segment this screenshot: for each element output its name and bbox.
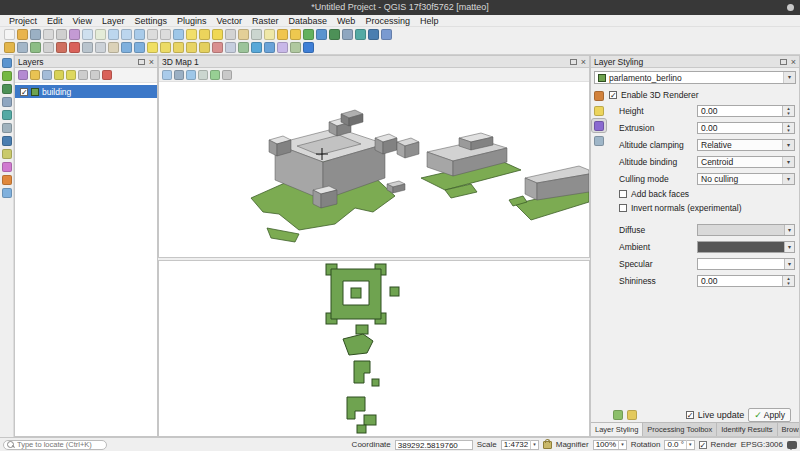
dock-tab[interactable]: Processing Toolbox: [643, 423, 717, 436]
altitude-clamping-dropdown[interactable]: Relative ▾: [697, 139, 795, 151]
collapse-all-icon[interactable]: [90, 70, 100, 80]
plugin-manager-icon[interactable]: [264, 42, 275, 53]
move-feature-icon[interactable]: [43, 42, 54, 53]
layer-selector-dropdown[interactable]: parlamento_berlino ▾: [594, 71, 796, 84]
style-manager-shortcut-icon[interactable]: [627, 410, 637, 420]
python-console-icon[interactable]: [368, 29, 379, 40]
menu-item[interactable]: Project: [4, 15, 42, 27]
change-label-icon[interactable]: [199, 42, 210, 53]
add-vector-layer-icon[interactable]: [329, 29, 340, 40]
zoom-out-icon[interactable]: [121, 29, 132, 40]
options-3d-icon[interactable]: [222, 70, 232, 80]
chevron-down-icon[interactable]: ▾: [784, 259, 794, 269]
history-tab-icon[interactable]: [592, 134, 606, 147]
add-mesh-layer-icon[interactable]: [2, 110, 12, 120]
dock-tab[interactable]: Browser: [778, 423, 799, 436]
save-edits-icon[interactable]: [17, 42, 28, 53]
chevron-down-icon[interactable]: ▾: [784, 225, 794, 235]
scale-dropdown[interactable]: 1:4732 ▾: [501, 440, 539, 450]
select-by-expression-icon[interactable]: [199, 29, 210, 40]
add-back-faces-row[interactable]: Add back faces: [609, 187, 795, 201]
map-2d-canvas[interactable]: [158, 260, 590, 437]
altitude-binding-dropdown[interactable]: Centroid ▾: [697, 156, 795, 168]
identify-features-icon[interactable]: [173, 29, 184, 40]
redo-icon[interactable]: [134, 42, 145, 53]
add-mesh-layer-icon[interactable]: [355, 29, 366, 40]
new-geopackage-layer-icon[interactable]: [2, 71, 12, 81]
layer-visibility-checkbox[interactable]: ✓: [20, 88, 28, 96]
map-3d-viewport[interactable]: [159, 82, 589, 257]
add-mssql-layer-icon[interactable]: [2, 162, 12, 172]
statistics-icon[interactable]: [238, 42, 249, 53]
close-panel-icon[interactable]: ×: [149, 58, 154, 66]
diffuse-color-button[interactable]: ▾: [697, 224, 795, 236]
save-image-3d-icon[interactable]: [174, 70, 184, 80]
height-spinner[interactable]: 0.00 ▴▾: [697, 105, 795, 117]
add-postgis-layer-icon[interactable]: [2, 136, 12, 146]
menu-item[interactable]: Processing: [360, 15, 415, 27]
add-group-icon[interactable]: [30, 70, 40, 80]
processing-toolbox-icon[interactable]: [381, 29, 392, 40]
new-project-icon[interactable]: [4, 29, 15, 40]
close-panel-icon[interactable]: ×: [581, 58, 586, 66]
filter-by-expression-icon[interactable]: [66, 70, 76, 80]
add-delimited-text-icon[interactable]: [2, 123, 12, 133]
new-bookmark-icon[interactable]: [277, 29, 288, 40]
show-bookmarks-icon[interactable]: [290, 29, 301, 40]
select-features-icon[interactable]: [186, 29, 197, 40]
pan-to-selection-icon[interactable]: [95, 29, 106, 40]
menu-item[interactable]: Raster: [247, 15, 284, 27]
menu-item[interactable]: Database: [284, 15, 333, 27]
cut-features-icon[interactable]: [82, 42, 93, 53]
refresh-map-icon[interactable]: [303, 29, 314, 40]
extrusion-spinner[interactable]: 0.00 ▴▾: [697, 122, 795, 134]
add-spatialite-layer-icon[interactable]: [2, 149, 12, 159]
zoom-next-icon[interactable]: [160, 29, 171, 40]
locate-search-box[interactable]: [3, 440, 107, 450]
labels-tab-icon[interactable]: [592, 104, 606, 117]
render-checkbox[interactable]: ✓: [699, 441, 707, 449]
invert-normals-row[interactable]: Invert normals (experimental): [609, 201, 795, 215]
live-update-checkbox[interactable]: ✓: [686, 411, 694, 419]
animation-3d-icon[interactable]: [210, 70, 220, 80]
print-layout-icon[interactable]: [43, 29, 54, 40]
enable-3d-renderer-row[interactable]: ✓ Enable 3D Renderer: [609, 88, 795, 102]
3d-view-tab-icon[interactable]: [592, 119, 606, 132]
osm-place-search-icon[interactable]: [277, 42, 288, 53]
field-calculator-icon[interactable]: [238, 29, 249, 40]
messages-icon[interactable]: [787, 441, 797, 449]
menu-item[interactable]: Edit: [42, 15, 68, 27]
help-contents-icon[interactable]: [303, 42, 314, 53]
copy-features-icon[interactable]: [95, 42, 106, 53]
locate-input[interactable]: [17, 440, 103, 449]
menu-item[interactable]: Vector: [211, 15, 247, 27]
georeferencer-icon[interactable]: [290, 42, 301, 53]
deselect-features-icon[interactable]: [212, 29, 223, 40]
rotation-spinner[interactable]: 0.0 ° ▾: [664, 440, 694, 450]
delete-selected-icon[interactable]: [69, 42, 80, 53]
specular-color-button[interactable]: ▾: [697, 258, 795, 270]
open-project-icon[interactable]: [17, 29, 28, 40]
spinner-arrows-icon[interactable]: ▴▾: [782, 276, 794, 286]
diagram-options-icon[interactable]: [212, 42, 223, 53]
vertex-tool-icon[interactable]: [56, 42, 67, 53]
zoom-full-3d-icon[interactable]: [162, 70, 172, 80]
float-panel-icon[interactable]: [570, 59, 577, 65]
remove-layer-icon[interactable]: [102, 70, 112, 80]
close-panel-icon[interactable]: ×: [791, 58, 796, 66]
expand-all-icon[interactable]: [78, 70, 88, 80]
add-vector-layer-icon[interactable]: [2, 84, 12, 94]
crs-button[interactable]: EPSG:3006: [741, 440, 783, 449]
add-back-faces-checkbox[interactable]: [619, 190, 627, 198]
measure-icon[interactable]: [251, 29, 262, 40]
symbology-tab-icon[interactable]: [592, 89, 606, 102]
map-tips-icon[interactable]: [264, 29, 275, 40]
layout-manager-icon[interactable]: [56, 29, 67, 40]
manage-map-themes-icon[interactable]: [42, 70, 52, 80]
layer-item-building[interactable]: ✓ building: [15, 85, 157, 98]
measure-3d-icon[interactable]: [198, 70, 208, 80]
dock-tab[interactable]: Identify Results: [717, 423, 777, 436]
open-attribute-table-icon[interactable]: [225, 29, 236, 40]
invert-normals-checkbox[interactable]: [619, 204, 627, 212]
open-data-source-manager-icon[interactable]: [2, 58, 12, 68]
